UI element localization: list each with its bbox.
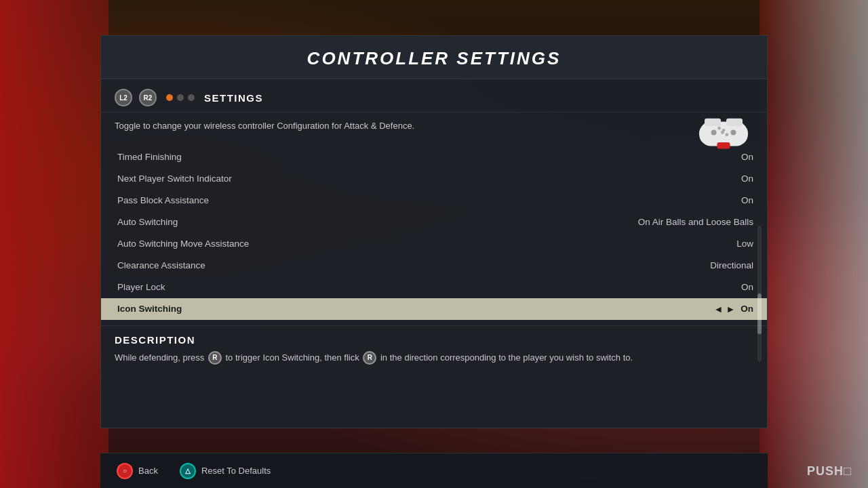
- desc-text-2: to trigger Icon Switching, then flick: [225, 352, 361, 363]
- setting-row-auto-switching-move[interactable]: Auto Switching Move Assistance Low: [101, 233, 767, 255]
- setting-value: Directional: [710, 260, 753, 270]
- pushsquare-text: PUSH□: [807, 464, 852, 478]
- back-label: Back: [138, 466, 158, 476]
- setting-value: On: [741, 304, 753, 314]
- setting-row-pass-block[interactable]: Pass Block Assistance On: [101, 190, 767, 211]
- arrow-right-icon[interactable]: ►: [726, 304, 735, 314]
- setting-name: Icon Switching: [117, 304, 714, 314]
- controller-icon: [696, 110, 751, 155]
- settings-subheader: L2 R2 SETTINGS: [101, 79, 767, 113]
- setting-row-player-lock[interactable]: Player Lock On: [101, 277, 767, 298]
- setting-name: Auto Switching: [117, 217, 638, 227]
- tab-dot-1[interactable]: [166, 94, 173, 101]
- setting-name: Clearance Assistance: [117, 260, 710, 270]
- setting-value: Low: [736, 239, 753, 249]
- description-section: DESCRIPTION While defending, press R to …: [101, 325, 767, 372]
- desc-text-3: in the direction corresponding to the pl…: [380, 352, 633, 363]
- arrow-controls: ◄ ►: [714, 304, 736, 314]
- svg-rect-1: [705, 119, 721, 126]
- setting-name: Next Player Switch Indicator: [117, 174, 741, 184]
- r-badge-1: R: [208, 351, 222, 365]
- reset-label: Reset To Defaults: [201, 466, 271, 476]
- setting-row-clearance[interactable]: Clearance Assistance Directional: [101, 255, 767, 277]
- settings-section-label: SETTINGS: [204, 92, 263, 104]
- setting-value: On Air Balls and Loose Balls: [638, 217, 753, 227]
- scrollbar-thumb[interactable]: [757, 293, 762, 334]
- description-body: While defending, press R to trigger Icon…: [115, 351, 753, 365]
- stadium-left-crowd: [0, 0, 108, 488]
- setting-value: On: [741, 174, 753, 184]
- setting-name: Auto Switching Move Assistance: [117, 239, 736, 249]
- setting-row-icon-switching[interactable]: Icon Switching ◄ ► On: [101, 298, 767, 320]
- r-badge-2: R: [363, 351, 376, 365]
- top-description-text: Toggle to change your wireless controlle…: [115, 121, 414, 131]
- top-description: Toggle to change your wireless controlle…: [101, 113, 767, 141]
- setting-name: Timed Finishing: [117, 152, 741, 162]
- svg-rect-2: [726, 119, 743, 126]
- back-button-icon[interactable]: ○: [117, 463, 133, 479]
- setting-row-auto-switching[interactable]: Auto Switching On Air Balls and Loose Ba…: [101, 211, 767, 233]
- svg-rect-3: [717, 142, 730, 149]
- stadium-right-crowd: [760, 0, 868, 488]
- svg-point-5: [730, 130, 736, 136]
- description-heading: DESCRIPTION: [115, 334, 753, 346]
- reset-button-icon[interactable]: △: [180, 463, 196, 479]
- svg-point-4: [711, 130, 717, 136]
- tab-dots: [166, 94, 195, 101]
- tab-dot-3[interactable]: [188, 94, 195, 101]
- svg-point-7: [725, 133, 728, 136]
- bottom-bar: ○ Back △ Reset To Defaults: [100, 453, 768, 488]
- reset-action[interactable]: △ Reset To Defaults: [180, 463, 271, 479]
- arrow-left-icon[interactable]: ◄: [714, 304, 724, 314]
- svg-point-6: [717, 127, 721, 130]
- setting-value: On: [741, 195, 753, 205]
- pushsquare-logo: PUSH□: [807, 464, 852, 479]
- scrollbar[interactable]: [757, 226, 762, 361]
- settings-list: Timed Finishing On Next Player Switch In…: [101, 141, 767, 325]
- settings-panel: CONTROLLER SETTINGS L2 R2 SETTINGS Toggl…: [100, 35, 768, 428]
- setting-row-timed-finishing[interactable]: Timed Finishing On: [101, 146, 767, 168]
- setting-value: On: [741, 282, 753, 292]
- r2-button[interactable]: R2: [139, 89, 157, 106]
- back-action[interactable]: ○ Back: [117, 463, 158, 479]
- desc-text-1: While defending, press: [115, 352, 207, 363]
- setting-name: Pass Block Assistance: [117, 195, 741, 205]
- panel-header: CONTROLLER SETTINGS: [101, 36, 767, 79]
- l2-button[interactable]: L2: [115, 89, 132, 106]
- setting-name: Player Lock: [117, 282, 741, 292]
- svg-point-9: [721, 131, 724, 134]
- tab-dot-2[interactable]: [177, 94, 184, 101]
- setting-row-next-player-switch[interactable]: Next Player Switch Indicator On: [101, 168, 767, 190]
- panel-title: CONTROLLER SETTINGS: [307, 48, 561, 68]
